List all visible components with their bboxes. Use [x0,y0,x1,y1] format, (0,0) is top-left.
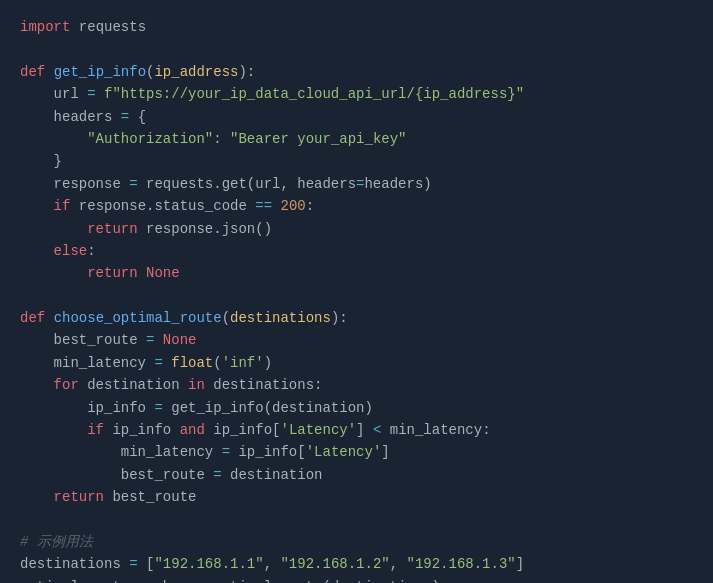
code-token: else [20,243,87,259]
code-token [154,332,162,348]
code-token: destinations [20,556,129,572]
code-token: in [188,377,205,393]
code-token [45,64,53,80]
code-token: = [213,467,221,483]
code-token: get_ip_info(destination) [163,400,373,416]
code-token: } [20,153,62,169]
code-line: optimal_route = choose_optimal_route(des… [20,576,693,583]
code-line: best_route = None [20,329,693,351]
code-token: ip_info [20,400,154,416]
code-token: : [87,243,95,259]
code-token: 'inf' [222,355,264,371]
code-token: def [20,64,45,80]
code-line: destinations = ["192.168.1.1", "192.168.… [20,553,693,575]
code-token: ip_info [104,422,180,438]
code-token: == [255,198,272,214]
code-token: "192.168.1.3" [407,556,516,572]
code-line: headers = { [20,106,693,128]
code-token: destinations [230,310,331,326]
code-line: def choose_optimal_route(destinations): [20,307,693,329]
code-token [163,355,171,371]
code-token: None [163,332,197,348]
code-token: "Bearer your_api_key" [230,131,406,147]
code-line: return best_route [20,486,693,508]
code-token: = [129,176,137,192]
code-token: headers) [364,176,431,192]
code-token: optimal_route [20,579,138,583]
code-token: min_latency [20,355,154,371]
code-token: import [20,19,70,35]
code-line: return response.json() [20,218,693,240]
code-token: and [180,422,205,438]
code-token: choose_optimal_route(destinations) [146,579,440,583]
code-token: destination [79,377,188,393]
code-token: "Authorization" [87,131,213,147]
code-line: ip_info = get_ip_info(destination) [20,397,693,419]
code-token: get_ip_info [54,64,146,80]
code-token: : [306,198,314,214]
code-token: ( [213,355,221,371]
code-token: "192.168.1.2" [280,556,389,572]
code-token: min_latency [381,422,482,438]
code-token: return [20,265,138,281]
code-token: return [20,221,138,237]
code-line [20,509,693,531]
code-token: ) [264,355,272,371]
code-token: { [129,109,146,125]
code-token: def [20,310,45,326]
code-token: None [146,265,180,281]
code-token [138,265,146,281]
code-token: url [20,86,87,102]
code-token: best_route [20,467,213,483]
code-token: ip_address [154,64,238,80]
code-line: response = requests.get(url, headers=hea… [20,173,693,195]
code-token: , [264,556,281,572]
code-token: = [154,355,162,371]
code-token: : [482,422,490,438]
code-line: best_route = destination [20,464,693,486]
code-token: best_route [104,489,196,505]
code-token: min_latency [20,444,222,460]
code-line: def get_ip_info(ip_address): [20,61,693,83]
code-token: = [87,86,95,102]
code-token: = [222,444,230,460]
code-token: f"https://your_ip_data_cloud_api_url/{ip… [104,86,524,102]
code-token: ] [356,422,373,438]
code-token: = [121,109,129,125]
code-line: url = f"https://your_ip_data_cloud_api_u… [20,83,693,105]
code-line: min_latency = ip_info['Latency'] [20,441,693,463]
code-token: float [171,355,213,371]
code-line: min_latency = float('inf') [20,352,693,374]
code-token: for [20,377,79,393]
code-token: , [390,556,407,572]
code-token: # 示例用法 [20,534,93,550]
code-token: ): [238,64,255,80]
code-line: return None [20,262,693,284]
code-token: = [154,400,162,416]
code-token: response [20,176,129,192]
code-token [45,310,53,326]
code-token: headers [20,109,121,125]
code-token: 'Latency' [306,444,382,460]
code-token: = [138,579,146,583]
code-token [96,86,104,102]
code-token: [ [138,556,155,572]
code-token: if [20,198,70,214]
code-line: if response.status_code == 200: [20,195,693,217]
code-line [20,285,693,307]
code-token: destination [222,467,323,483]
code-token: : [314,377,322,393]
code-token: requests [70,19,146,35]
code-token: requests.get(url, headers [138,176,356,192]
code-token: return [20,489,104,505]
code-line: else: [20,240,693,262]
code-token: ] [381,444,389,460]
code-token: destinations [205,377,314,393]
code-line: for destination in destinations: [20,374,693,396]
code-token: ): [331,310,348,326]
code-line: } [20,150,693,172]
code-token: ip_info[ [230,444,306,460]
code-token: 'Latency' [280,422,356,438]
code-line: "Authorization": "Bearer your_api_key" [20,128,693,150]
code-token [20,131,87,147]
